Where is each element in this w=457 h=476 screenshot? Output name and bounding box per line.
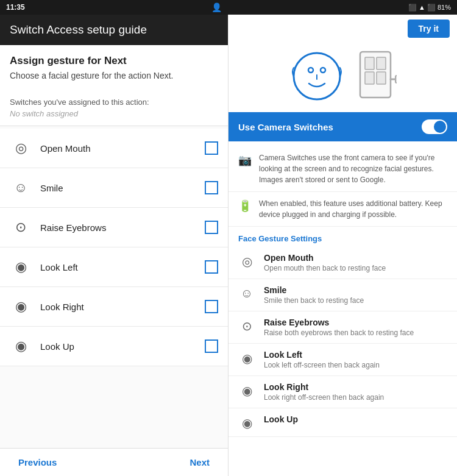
- assign-section: Assign gesture for Next Choose a facial …: [0, 45, 228, 90]
- svg-point-2: [321, 68, 325, 73]
- right-gesture-item-smile[interactable]: ☺ Smile Smile then back to resting face: [228, 279, 457, 311]
- app-header: Switch Access setup guide: [0, 15, 228, 45]
- right-gesture-text-look-left: Look Left Look left off-screen then back…: [264, 350, 380, 369]
- right-gesture-name-look-left: Look Left: [264, 350, 380, 360]
- right-gesture-icon-look-up: ◉: [238, 416, 255, 430]
- svg-rect-8: [377, 72, 386, 84]
- status-time: 11:35: [6, 3, 25, 12]
- gesture-label-look-up: Look Up: [40, 341, 205, 352]
- right-gesture-desc-smile: Smile then back to resting face: [264, 296, 364, 305]
- gesture-checkbox-smile[interactable]: [205, 181, 218, 194]
- camera-info-icon: 📷: [238, 154, 252, 167]
- right-gesture-icon-look-right: ◉: [238, 383, 255, 398]
- bottom-nav: Previous Next: [0, 448, 228, 476]
- gesture-item-look-left[interactable]: ◉ Look Left: [0, 247, 228, 287]
- status-icons: ⬛ ▲ ⬛ 81%: [408, 4, 451, 12]
- switches-assigned: Switches you've assigned to this action:…: [0, 90, 228, 126]
- right-gesture-icon-raise-eyebrows: ⊙: [238, 319, 255, 333]
- face-icon: [289, 49, 344, 104]
- gesture-checkbox-open-mouth[interactable]: [205, 141, 218, 155]
- assign-title: Assign gesture for Next: [10, 55, 218, 67]
- gesture-item-look-up[interactable]: ◉ Look Up: [0, 327, 228, 366]
- gesture-icon-raise-eyebrows: ⊙: [10, 216, 32, 238]
- right-gesture-item-look-right[interactable]: ◉ Look Right Look right off-screen then …: [228, 376, 457, 408]
- right-gesture-item-open-mouth[interactable]: ◎ Open Mouth Open mouth then back to res…: [228, 247, 457, 279]
- right-gesture-name-smile: Smile: [264, 285, 364, 295]
- gesture-icon-smile: ☺: [10, 177, 32, 199]
- right-gesture-text-look-up: Look Up: [264, 414, 298, 424]
- gesture-item-look-right[interactable]: ◉ Look Right: [0, 287, 228, 327]
- camera-info-text: Camera Switches use the front camera to …: [259, 152, 447, 185]
- right-gesture-icon-smile: ☺: [238, 286, 255, 300]
- gesture-icon-look-right: ◉: [10, 296, 32, 318]
- svg-rect-6: [377, 57, 386, 69]
- notification-icons: ⬛ ▲ ⬛: [408, 4, 436, 12]
- right-gesture-name-look-up: Look Up: [264, 414, 298, 424]
- camera-toggle-label: Use Camera Switches: [238, 122, 333, 132]
- switches-label: Switches you've assigned to this action:: [10, 98, 218, 107]
- right-gesture-name-open-mouth: Open Mouth: [264, 253, 386, 263]
- status-app-icon: 👤: [211, 2, 222, 12]
- gesture-label-look-right: Look Right: [40, 302, 205, 312]
- face-gesture-settings-label: Face Gesture Settings: [228, 227, 457, 247]
- gesture-label-look-left: Look Left: [40, 262, 205, 272]
- try-it-button[interactable]: Try it: [408, 20, 450, 38]
- status-bar: 11:35 👤 ⬛ ▲ ⬛ 81%: [0, 0, 457, 15]
- gesture-checkbox-raise-eyebrows[interactable]: [205, 221, 218, 234]
- gesture-icon-look-left: ◉: [10, 256, 32, 278]
- right-gesture-text-raise-eyebrows: Raise Eyebrows Raise both eyebrows then …: [264, 318, 414, 337]
- assign-desc: Choose a facial gesture for the action N…: [10, 71, 218, 80]
- camera-switch-toggle[interactable]: [422, 119, 447, 134]
- right-gesture-list: ◎ Open Mouth Open mouth then back to res…: [228, 247, 457, 437]
- camera-info-row: 📷 Camera Switches use the front camera t…: [228, 146, 457, 192]
- right-gesture-item-look-left[interactable]: ◉ Look Left Look left off-screen then ba…: [228, 344, 457, 376]
- app-title: Switch Access setup guide: [10, 23, 147, 36]
- gesture-label-raise-eyebrows: Raise Eyebrows: [40, 222, 205, 233]
- right-gesture-name-raise-eyebrows: Raise Eyebrows: [264, 318, 414, 327]
- gesture-icon-look-up: ◉: [10, 335, 32, 357]
- right-gesture-desc-look-right: Look right off-screen then back again: [264, 393, 384, 402]
- right-gesture-text-open-mouth: Open Mouth Open mouth then back to resti…: [264, 253, 386, 272]
- right-gesture-name-look-right: Look Right: [264, 382, 384, 392]
- battery-info-row: 🔋 When enabled, this feature uses additi…: [228, 192, 457, 227]
- right-gesture-desc-look-left: Look left off-screen then back again: [264, 361, 380, 369]
- left-content: Assign gesture for Next Choose a facial …: [0, 45, 228, 448]
- svg-rect-10: [395, 76, 397, 83]
- gesture-item-raise-eyebrows[interactable]: ⊙ Raise Eyebrows: [0, 208, 228, 247]
- battery-icon: 81%: [438, 4, 451, 11]
- phone-icon: [354, 49, 397, 104]
- main-layout: Switch Access setup guide Assign gesture…: [0, 15, 457, 476]
- gesture-item-open-mouth[interactable]: ◎ Open Mouth: [0, 129, 228, 168]
- right-gesture-item-look-up[interactable]: ◉ Look Up: [228, 408, 457, 437]
- right-gesture-text-look-right: Look Right Look right off-screen then ba…: [264, 382, 384, 402]
- svg-rect-5: [365, 57, 374, 69]
- svg-rect-7: [365, 72, 374, 84]
- right-gesture-icon-look-left: ◉: [238, 351, 255, 366]
- gesture-list: ◎ Open Mouth ☺ Smile ⊙ Raise Eyebrows ◉ …: [0, 129, 228, 366]
- illustration: [228, 43, 457, 112]
- right-panel: Try it: [228, 15, 457, 476]
- right-gesture-text-smile: Smile Smile then back to resting face: [264, 285, 364, 305]
- gesture-checkbox-look-up[interactable]: [205, 339, 218, 353]
- previous-button[interactable]: Previous: [18, 457, 57, 467]
- battery-info-text: When enabled, this feature uses addition…: [259, 198, 447, 220]
- left-panel: Switch Access setup guide Assign gesture…: [0, 15, 228, 476]
- gesture-icon-open-mouth: ◎: [10, 137, 32, 159]
- gesture-label-smile: Smile: [40, 183, 205, 193]
- next-button[interactable]: Next: [190, 457, 210, 467]
- camera-toggle-bar: Use Camera Switches: [228, 112, 457, 141]
- battery-info-icon: 🔋: [238, 199, 252, 213]
- svg-point-1: [308, 68, 313, 73]
- gesture-label-open-mouth: Open Mouth: [40, 143, 205, 154]
- right-gesture-desc-raise-eyebrows: Raise both eyebrows then back to resting…: [264, 329, 414, 337]
- gesture-item-smile[interactable]: ☺ Smile: [0, 168, 228, 208]
- right-gesture-item-raise-eyebrows[interactable]: ⊙ Raise Eyebrows Raise both eyebrows the…: [228, 311, 457, 344]
- right-gesture-icon-open-mouth: ◎: [238, 254, 255, 269]
- right-gesture-desc-open-mouth: Open mouth then back to resting face: [264, 264, 386, 272]
- try-it-bar: Try it: [228, 15, 457, 43]
- gesture-checkbox-look-left[interactable]: [205, 260, 218, 274]
- toggle-knob: [434, 121, 446, 133]
- gesture-checkbox-look-right[interactable]: [205, 300, 218, 313]
- no-switch-text: No switch assigned: [10, 109, 218, 123]
